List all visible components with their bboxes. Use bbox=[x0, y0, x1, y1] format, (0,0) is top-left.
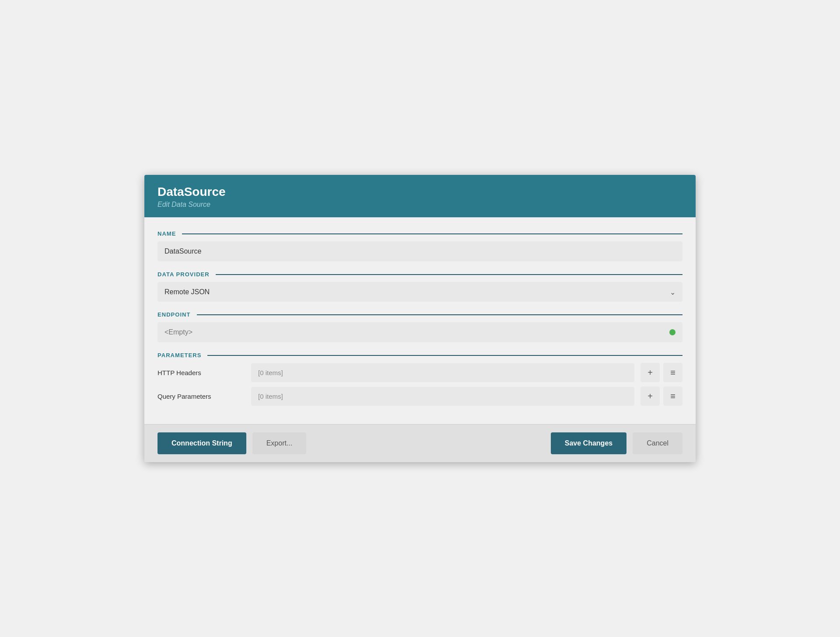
endpoint-input[interactable] bbox=[158, 322, 682, 342]
endpoint-section-header: ENDPOINT bbox=[158, 311, 682, 318]
http-headers-add-button[interactable]: + bbox=[640, 363, 660, 382]
dialog-title: DataSource bbox=[158, 184, 682, 199]
query-parameters-add-button[interactable]: + bbox=[640, 386, 660, 406]
query-parameters-label: Query Parameters bbox=[158, 393, 245, 400]
cancel-button[interactable]: Cancel bbox=[633, 432, 682, 454]
footer-left: Connection String Export... bbox=[158, 432, 545, 454]
parameters-table: HTTP Headers + ≡ Query Parameters + ≡ bbox=[158, 363, 682, 406]
parameters-section: PARAMETERS HTTP Headers + ≡ Query Parame… bbox=[158, 352, 682, 406]
http-headers-menu-button[interactable]: ≡ bbox=[663, 363, 682, 382]
query-parameters-menu-button[interactable]: ≡ bbox=[663, 386, 682, 406]
name-input[interactable] bbox=[158, 241, 682, 261]
name-section-header: NAME bbox=[158, 230, 682, 237]
footer-right: Save Changes Cancel bbox=[551, 432, 682, 454]
parameters-section-header: PARAMETERS bbox=[158, 352, 682, 359]
dialog-header: DataSource Edit Data Source bbox=[144, 175, 696, 218]
name-section: NAME bbox=[158, 230, 682, 261]
http-headers-label: HTTP Headers bbox=[158, 369, 245, 376]
name-section-line bbox=[182, 233, 682, 234]
data-provider-wrapper: Remote JSON SQL REST GraphQL ⌄ bbox=[158, 282, 682, 302]
data-provider-label: DATA PROVIDER bbox=[158, 271, 210, 278]
connection-status-dot bbox=[669, 329, 676, 335]
endpoint-label: ENDPOINT bbox=[158, 311, 191, 318]
data-provider-select[interactable]: Remote JSON SQL REST GraphQL bbox=[158, 282, 682, 302]
dialog-footer: Connection String Export... Save Changes… bbox=[144, 424, 696, 462]
query-parameters-row: Query Parameters + ≡ bbox=[158, 386, 682, 406]
endpoint-section-line bbox=[197, 314, 683, 315]
endpoint-wrapper bbox=[158, 322, 682, 342]
parameters-section-line bbox=[207, 355, 682, 356]
name-label: NAME bbox=[158, 230, 176, 237]
edit-datasource-dialog: DataSource Edit Data Source NAME DATA PR… bbox=[144, 175, 696, 463]
data-provider-section-header: DATA PROVIDER bbox=[158, 271, 682, 278]
connection-string-button[interactable]: Connection String bbox=[158, 432, 246, 454]
save-changes-button[interactable]: Save Changes bbox=[551, 432, 626, 454]
http-headers-actions: + ≡ bbox=[640, 363, 682, 382]
dialog-body: NAME DATA PROVIDER Remote JSON SQL REST … bbox=[144, 217, 696, 424]
export-button[interactable]: Export... bbox=[252, 432, 307, 454]
http-headers-row: HTTP Headers + ≡ bbox=[158, 363, 682, 382]
endpoint-section: ENDPOINT bbox=[158, 311, 682, 342]
query-parameters-actions: + ≡ bbox=[640, 386, 682, 406]
http-headers-input[interactable] bbox=[251, 363, 634, 382]
data-provider-section: DATA PROVIDER Remote JSON SQL REST Graph… bbox=[158, 271, 682, 302]
query-parameters-input[interactable] bbox=[251, 387, 634, 406]
data-provider-section-line bbox=[216, 274, 682, 275]
dialog-subtitle: Edit Data Source bbox=[158, 201, 682, 209]
parameters-label: PARAMETERS bbox=[158, 352, 201, 359]
